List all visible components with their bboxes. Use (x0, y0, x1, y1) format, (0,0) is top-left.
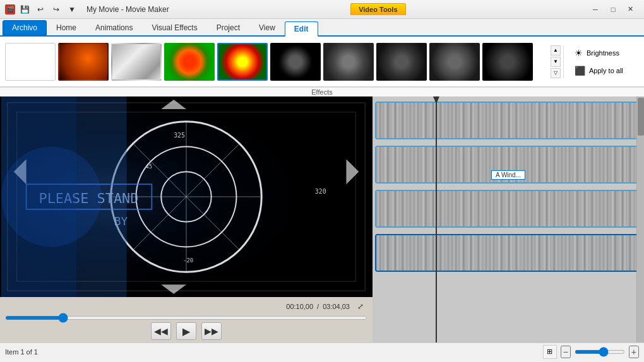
main-area: PLEASE STAND BY 325 320 45 -20 (0, 96, 644, 342)
time-display: 00:10,00 / 03:04,03 ⤢ (5, 300, 367, 313)
save-button[interactable]: 💾 (18, 3, 32, 16)
timeline-scrollable[interactable]: A Wind... (373, 96, 644, 342)
effect-blank[interactable] (5, 43, 56, 81)
apply-to-all-button[interactable]: ⬛ Apply to all (569, 63, 639, 78)
maximize-button[interactable]: □ (605, 3, 621, 16)
effects-label: Effects (0, 87, 644, 96)
effect-yellow-flower[interactable] (217, 43, 268, 81)
tab-home[interactable]: Home (47, 20, 86, 35)
preview-canvas: PLEASE STAND BY 325 320 45 -20 (0, 96, 373, 297)
minimize-button[interactable]: ─ (587, 3, 604, 16)
brightness-icon: ☀ (575, 48, 583, 58)
title-bar-left: 🎬 💾 ↩ ↪ ▼ My Movie - Movie Maker (5, 3, 169, 16)
quick-access-toolbar: 💾 ↩ ↪ ▼ (18, 3, 79, 16)
svg-text:325: 325 (174, 132, 185, 139)
tab-archivo[interactable]: Archivo (3, 20, 47, 35)
tab-view[interactable]: View (249, 20, 285, 35)
fullscreen-button[interactable]: ⤢ (354, 300, 367, 313)
scroll-up-button[interactable]: ▲ (551, 45, 561, 55)
effect-darkest[interactable] (482, 43, 533, 81)
storyboard-view-button[interactable]: ⊞ (543, 345, 557, 359)
zoom-in-button[interactable]: + (629, 346, 639, 358)
ribbon-tabs: Archivo Home Animations Visual Effects P… (0, 19, 644, 37)
effect-dark2[interactable] (323, 43, 374, 81)
timeline-track-3[interactable] (375, 190, 641, 228)
track-3-waveform (376, 191, 640, 226)
current-time: 00:10,00 (286, 303, 313, 310)
effect-dark4[interactable] (429, 43, 480, 81)
status-bar: Item 1 of 1 ⊞ − + (0, 342, 644, 360)
rewind-button[interactable]: ◀◀ (151, 322, 171, 340)
tab-visual-effects[interactable]: Visual Effects (142, 20, 206, 35)
brightness-label: Brightness (587, 49, 619, 57)
preview-video: PLEASE STAND BY 325 320 45 -20 (0, 96, 373, 297)
zoom-slider[interactable] (575, 350, 625, 354)
ribbon-content: ▲ ▼ ▽ ☀ Brightness ⬛ Apply to all (0, 37, 644, 87)
preview-controls-bar: 00:10,00 / 03:04,03 ⤢ ◀◀ ▶ ▶▶ (0, 297, 373, 342)
preview-panel: PLEASE STAND BY 325 320 45 -20 (0, 96, 373, 342)
play-button[interactable]: ▶ (176, 322, 196, 340)
track-2-label: A Wind... (491, 170, 525, 180)
undo-button[interactable]: ↩ (33, 3, 47, 16)
brightness-button[interactable]: ☀ Brightness (569, 45, 639, 61)
video-tools-badge: Video Tools (350, 3, 405, 15)
scroll-expand-button[interactable]: ▽ (551, 68, 561, 78)
tab-animations[interactable]: Animations (86, 20, 142, 35)
scroll-down-button[interactable]: ▼ (551, 57, 561, 67)
apply-to-icon: ⬛ (575, 66, 585, 76)
timeline-scrollbar-thumb[interactable] (638, 98, 644, 136)
title-bar: 🎬 💾 ↩ ↪ ▼ My Movie - Movie Maker Video T… (0, 0, 644, 19)
timeline-scrollbar[interactable] (636, 96, 644, 342)
tab-edit[interactable]: Edit (285, 21, 318, 37)
ribbon-scroll: ▲ ▼ ▽ (551, 45, 561, 78)
time-separator: / (317, 303, 319, 310)
status-item-info: Item 1 of 1 (5, 348, 38, 356)
total-time: 03:04,03 (323, 303, 350, 310)
playback-controls: ◀◀ ▶ ▶▶ (5, 322, 367, 340)
svg-text:45: 45 (145, 163, 152, 170)
effect-dark1[interactable] (270, 43, 321, 81)
effect-flower[interactable] (164, 43, 215, 81)
close-button[interactable]: ✕ (623, 3, 639, 16)
title-controls: ─ □ ✕ (587, 3, 639, 16)
zoom-out-button[interactable]: − (561, 346, 571, 358)
seek-slider[interactable] (5, 316, 367, 320)
status-right: ⊞ − + (543, 345, 639, 359)
app-icon: 🎬 (5, 4, 15, 15)
timeline-track-4[interactable] (375, 234, 641, 272)
track-4-waveform (376, 235, 640, 271)
fast-forward-button[interactable]: ▶▶ (201, 322, 222, 340)
tab-project[interactable]: Project (207, 20, 249, 35)
svg-text:-20: -20 (183, 257, 193, 264)
effect-dark3[interactable] (376, 43, 427, 81)
seek-bar (5, 316, 367, 320)
timeline-track-1[interactable] (375, 102, 641, 139)
ribbon-right-panel: ☀ Brightness ⬛ Apply to all (563, 45, 639, 78)
effects-strip (5, 43, 548, 81)
svg-point-25 (1, 147, 102, 247)
window-title: My Movie - Movie Maker (86, 5, 169, 14)
effect-gray[interactable] (111, 43, 162, 81)
track-1-waveform (376, 103, 640, 138)
apply-to-label: Apply to all (589, 67, 623, 74)
effect-warm[interactable] (58, 43, 109, 81)
timeline-panel: A Wind... (373, 96, 644, 342)
svg-text:320: 320 (315, 188, 326, 195)
timeline-track-2[interactable]: A Wind... (375, 146, 641, 184)
redo-button[interactable]: ↪ (49, 3, 63, 16)
qa-dropdown-button[interactable]: ▼ (65, 3, 79, 16)
